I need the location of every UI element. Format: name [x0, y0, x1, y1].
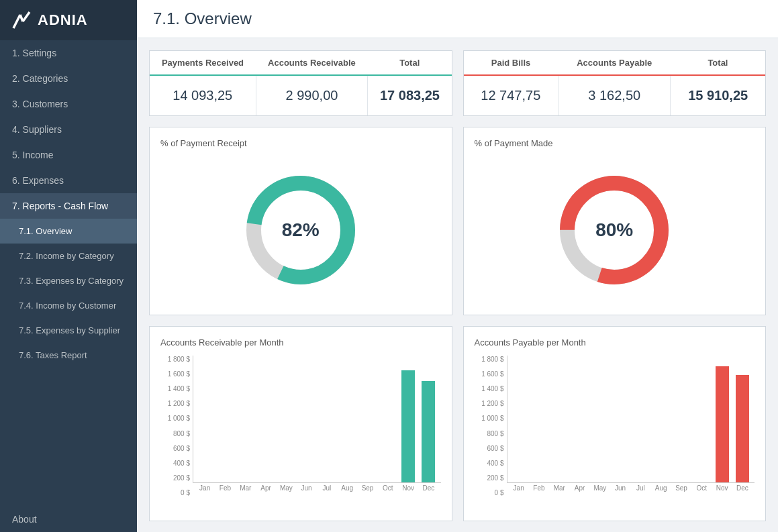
payment-receipt-title: % of Payment Receipt: [160, 138, 441, 148]
x-axis-label: Nov: [399, 484, 418, 492]
bar-column: [632, 356, 650, 482]
x-axis-label: May: [591, 484, 610, 492]
x-axis-label: Jun: [611, 484, 630, 492]
x-axis-label: Jul: [631, 484, 650, 492]
sidebar-item-income[interactable]: 5. Income: [0, 142, 137, 168]
payables-table: Paid Bills Accounts Payable Total 12 747…: [463, 50, 767, 116]
payment-receipt-card: % of Payment Receipt 82%: [149, 127, 452, 315]
page-title: 7.1. Overview: [153, 9, 762, 28]
payment-made-donut: 80%: [554, 170, 675, 290]
accounts-receivable-value: 2 990,00: [256, 75, 368, 115]
receivable-bar-wrapper: 1 800 $1 600 $1 400 $1 200 $1 000 $800 $…: [160, 356, 441, 510]
x-axis-label: Dec: [419, 484, 438, 492]
sidebar-item-income-customer[interactable]: 7.4. Income by Customer: [0, 293, 137, 318]
bar-column: [297, 356, 316, 482]
payment-made-percentage: 80%: [595, 219, 633, 241]
x-axis-label: Apr: [256, 484, 275, 492]
payments-received-header: Payments Received: [150, 51, 256, 75]
payment-made-donut-container: 80%: [475, 156, 755, 304]
bar-column: [358, 356, 377, 482]
bar-column: [216, 356, 235, 482]
bar-column: [257, 356, 276, 482]
y-axis-label: 1 800 $: [168, 356, 190, 363]
bar-column: [672, 356, 691, 482]
bar: [716, 366, 729, 482]
sidebar-item-overview[interactable]: 7.1. Overview: [0, 219, 137, 244]
bar: [401, 370, 415, 482]
bar-column: [338, 356, 356, 482]
y-axis-label: 1 400 $: [481, 385, 503, 392]
accounts-receivable-header: Accounts Receivable: [256, 51, 368, 75]
y-axis-label: 600 $: [173, 445, 190, 452]
x-axis-label: Mar: [550, 484, 569, 492]
paid-bills-header: Paid Bills: [464, 51, 558, 75]
x-axis-label: Aug: [652, 484, 671, 492]
x-axis-label: Oct: [692, 484, 711, 492]
sidebar-item-settings[interactable]: 1. Settings: [0, 40, 137, 66]
bar-column: [713, 356, 732, 482]
y-axis-label: 400 $: [487, 460, 503, 467]
main-content: 7.1. Overview Payments Received Accounts…: [137, 0, 778, 532]
sidebar-item-customers[interactable]: 3. Customers: [0, 91, 137, 117]
svg-line-1: [13, 15, 20, 28]
x-axis-label: Feb: [215, 484, 234, 492]
sidebar-item-about[interactable]: About: [0, 507, 137, 532]
sidebar-item-income-category[interactable]: 7.2. Income by Category: [0, 244, 137, 268]
y-axis-label: 1 600 $: [481, 370, 503, 378]
bar-column: [652, 356, 671, 482]
receivable-bar-inner: JanFebMarAprMayJunJulAugSepOctNovDec: [193, 356, 441, 496]
payable-bar-inner: JanFebMarAprMayJunJulAugSepOctNovDec: [507, 356, 755, 496]
sidebar-item-taxes-report[interactable]: 7.6. Taxes Report: [0, 343, 137, 368]
sidebar-item-suppliers[interactable]: 4. Suppliers: [0, 117, 137, 142]
paid-bills-value: 12 747,75: [464, 75, 558, 115]
x-axis-label: Jan: [195, 484, 214, 492]
sidebar: ADNIA 1. Settings 2. Categories 3. Custo…: [0, 0, 137, 532]
bar-column: [399, 356, 418, 482]
y-axis-label: 1 200 $: [168, 400, 190, 407]
y-axis-label: 0 $: [495, 489, 504, 496]
bar-column: [550, 356, 569, 482]
bar-column: [530, 356, 549, 482]
y-axis-label: 1 400 $: [168, 385, 190, 392]
receivable-bar-title: Accounts Receivable per Month: [160, 337, 441, 348]
content-area: Payments Received Accounts Receivable To…: [137, 38, 778, 532]
payable-bar-wrapper: 1 800 $1 600 $1 400 $1 200 $1 000 $800 $…: [475, 356, 755, 510]
accounts-payable-header: Accounts Payable: [558, 51, 671, 75]
x-axis-label: Oct: [379, 484, 397, 492]
bar-column: [692, 356, 711, 482]
payable-bar-card: Accounts Payable per Month 1 800 $1 600 …: [463, 326, 767, 521]
sidebar-item-categories[interactable]: 2. Categories: [0, 66, 137, 91]
payment-receipt-donut-container: 82%: [160, 156, 441, 304]
receivable-x-labels: JanFebMarAprMayJunJulAugSepOctNovDec: [193, 484, 441, 492]
sidebar-item-expenses-supplier[interactable]: 7.5. Expenses by Supplier: [0, 318, 137, 343]
y-axis-label: 0 $: [181, 489, 190, 496]
x-axis-label: Jun: [297, 484, 315, 492]
sidebar-item-expenses-category[interactable]: 7.3. Expenses by Category: [0, 268, 137, 293]
app-name: ADNIA: [38, 11, 88, 29]
x-axis-label: Feb: [530, 484, 548, 492]
stats-row: Payments Received Accounts Receivable To…: [149, 50, 766, 116]
sidebar-item-expenses[interactable]: 6. Expenses: [0, 168, 137, 193]
payment-made-title: % of Payment Made: [475, 138, 755, 148]
x-axis-label: Jan: [509, 484, 528, 492]
bar-column: [196, 356, 215, 482]
y-axis-label: 1 200 $: [481, 400, 503, 407]
bar-column: [510, 356, 529, 482]
bar-column: [236, 356, 255, 482]
x-axis-label: Nov: [712, 484, 731, 492]
y-axis-label: 800 $: [487, 430, 503, 437]
page-header: 7.1. Overview: [137, 0, 778, 38]
x-axis-label: Sep: [358, 484, 377, 492]
sidebar-item-reports-cashflow[interactable]: 7. Reports - Cash Flow: [0, 193, 137, 219]
donut-charts-row: % of Payment Receipt 82% % of Payment M: [149, 127, 766, 315]
x-axis-label: Jul: [318, 484, 336, 492]
bar-column: [612, 356, 630, 482]
receivable-bars: [193, 356, 441, 483]
payable-bars: [507, 356, 755, 483]
y-axis-label: 1 800 $: [481, 356, 503, 363]
receivable-y-axis: 1 800 $1 600 $1 400 $1 200 $1 000 $800 $…: [160, 356, 193, 496]
payable-y-axis: 1 800 $1 600 $1 400 $1 200 $1 000 $800 $…: [475, 356, 507, 496]
accounts-payable-value: 3 162,50: [558, 75, 671, 115]
bar-column: [277, 356, 296, 482]
x-axis-label: May: [277, 484, 295, 492]
